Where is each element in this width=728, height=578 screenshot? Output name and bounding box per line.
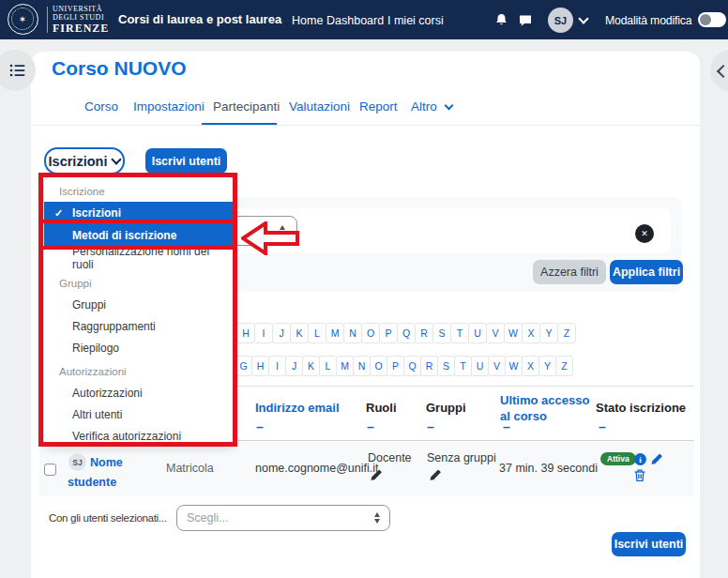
- hide-column-status-icon[interactable]: –: [599, 422, 606, 432]
- hide-column-roles-icon[interactable]: –: [367, 422, 374, 432]
- edit-roles-pencil-icon[interactable]: [370, 468, 383, 481]
- logo-divider: [47, 7, 48, 33]
- column-header-email[interactable]: Indirizzo email: [255, 401, 340, 415]
- university-wordmark-line1: UNIVERSITÀ: [53, 5, 109, 13]
- close-icon: ✕: [641, 229, 648, 238]
- enrolments-dropdown-button[interactable]: Iscrizioni: [44, 147, 125, 175]
- letter-link-l[interactable]: L: [319, 356, 337, 376]
- letter-link-n[interactable]: N: [353, 356, 371, 376]
- letter-link-i[interactable]: I: [254, 323, 273, 343]
- check-icon: ✓: [54, 207, 63, 220]
- tab-valutazioni[interactable]: Valutazioni: [289, 99, 350, 114]
- row-last-access: 37 min. 39 secondi: [499, 462, 598, 475]
- letter-link-q[interactable]: Q: [403, 356, 421, 376]
- with-selected-users-select[interactable]: Scegli...: [176, 505, 390, 531]
- letter-link-w[interactable]: W: [505, 356, 523, 376]
- letter-link-j[interactable]: J: [272, 323, 291, 343]
- letter-link-y[interactable]: Y: [539, 323, 558, 343]
- first-name-letter-bar: HIJKLMNOPQRSTUVWXYZ: [236, 323, 575, 343]
- menu-item-gruppi[interactable]: Gruppi: [44, 294, 234, 315]
- menu-item-altri-utenti[interactable]: Altri utenti: [44, 403, 234, 425]
- tab-report[interactable]: Report: [359, 99, 398, 114]
- user-menu-chevron-down-icon[interactable]: [578, 13, 588, 23]
- letter-link-n[interactable]: N: [343, 323, 362, 343]
- tab-impostazioni[interactable]: Impostazioni: [133, 99, 205, 114]
- letter-link-t[interactable]: T: [450, 323, 469, 343]
- user-avatar[interactable]: SJ: [548, 8, 573, 33]
- messages-chat-icon[interactable]: [518, 13, 533, 28]
- letter-link-l[interactable]: L: [308, 323, 326, 343]
- letter-link-m[interactable]: M: [336, 356, 354, 376]
- letter-link-s[interactable]: S: [432, 323, 451, 343]
- letter-link-x[interactable]: X: [522, 323, 540, 343]
- row-user-name-line2[interactable]: studente: [68, 476, 116, 489]
- tab-partecipanti[interactable]: Partecipanti: [213, 99, 280, 114]
- select-placeholder: Scegli...: [187, 511, 228, 525]
- with-selected-users-label: Con gli utenti selezionati...: [49, 512, 167, 524]
- notifications-bell-icon[interactable]: [493, 12, 509, 28]
- edit-enrolment-pencil-icon[interactable]: [650, 452, 663, 465]
- letter-link-h[interactable]: H: [251, 356, 269, 376]
- letter-link-k[interactable]: K: [302, 356, 320, 376]
- apply-filters-button[interactable]: Applica filtri: [610, 260, 683, 284]
- enrol-users-button-top[interactable]: Iscrivi utenti: [145, 148, 227, 174]
- letter-link-j[interactable]: J: [285, 356, 303, 376]
- remove-filter-button[interactable]: ✕: [635, 224, 654, 243]
- status-badge: Attiva: [600, 452, 636, 465]
- letter-link-z[interactable]: Z: [557, 323, 576, 343]
- menu-item-verifica-autorizzazioni[interactable]: Verifica autorizzazioni: [44, 425, 234, 447]
- letter-link-o[interactable]: O: [370, 356, 387, 376]
- row-user-name-line1[interactable]: Nome: [90, 456, 123, 469]
- letter-link-p[interactable]: P: [379, 323, 398, 343]
- enrolment-info-icon[interactable]: i: [634, 453, 646, 465]
- column-header-status: Stato iscrizione: [596, 401, 686, 415]
- menu-item-riepilogo-label: Riepilogo: [72, 342, 119, 355]
- menu-item-personalizzazione-label: Personalizzazione nomi dei ruoli: [72, 245, 234, 271]
- letter-link-r[interactable]: R: [420, 356, 438, 376]
- menu-item-riepilogo[interactable]: Riepilogo: [44, 337, 234, 358]
- letter-link-o[interactable]: O: [361, 323, 380, 343]
- edit-mode-toggle[interactable]: [698, 12, 726, 27]
- nav-link-my-courses[interactable]: I miei corsi: [387, 14, 444, 27]
- menu-item-raggruppamenti-label: Raggruppamenti: [72, 320, 156, 333]
- letter-link-i[interactable]: I: [268, 356, 286, 376]
- letter-link-w[interactable]: W: [504, 323, 523, 343]
- hide-column-last-access-icon[interactable]: –: [503, 422, 510, 432]
- enrol-users-button-bottom[interactable]: Iscrivi utenti: [612, 532, 686, 556]
- letter-link-u[interactable]: U: [471, 356, 489, 376]
- letter-link-z[interactable]: Z: [555, 356, 573, 376]
- nav-link-home[interactable]: Home: [292, 14, 323, 27]
- letter-link-k[interactable]: K: [290, 323, 309, 343]
- menu-item-metodi-di-iscrizione[interactable]: Metodi di iscrizione: [44, 224, 234, 247]
- hide-column-email-icon[interactable]: –: [256, 422, 264, 432]
- letter-link-r[interactable]: R: [415, 323, 433, 343]
- letter-link-g[interactable]: G: [235, 356, 252, 376]
- letter-link-m[interactable]: M: [326, 323, 344, 343]
- letter-link-v[interactable]: V: [486, 323, 505, 343]
- clear-filters-button[interactable]: Azzera filtri: [533, 260, 606, 284]
- open-block-drawer-button[interactable]: [710, 50, 728, 91]
- edit-groups-pencil-icon[interactable]: [429, 468, 442, 481]
- menu-item-personalizzazione-ruoli[interactable]: Personalizzazione nomi dei ruoli: [44, 247, 234, 269]
- letter-link-p[interactable]: P: [387, 356, 404, 376]
- menu-item-iscrizioni[interactable]: ✓ Iscrizioni: [44, 202, 234, 224]
- nav-link-dashboard[interactable]: Dashboard: [326, 14, 384, 27]
- row-select-checkbox[interactable]: [44, 464, 56, 476]
- enrolments-dropdown-menu: Iscrizione ✓ Iscrizioni Metodi di iscriz…: [43, 176, 235, 446]
- letter-link-q[interactable]: Q: [397, 323, 416, 343]
- letter-link-u[interactable]: U: [468, 323, 487, 343]
- menu-item-autorizzazioni[interactable]: Autorizzazioni: [44, 382, 234, 403]
- tab-altro-label: Altro: [411, 99, 437, 114]
- letter-link-h[interactable]: H: [236, 323, 255, 343]
- letter-link-v[interactable]: V: [488, 356, 506, 376]
- menu-item-raggruppamenti[interactable]: Raggruppamenti: [44, 315, 234, 337]
- tab-altro[interactable]: Altro: [411, 99, 452, 114]
- letter-link-t[interactable]: T: [454, 356, 472, 376]
- tab-corso[interactable]: Corso: [84, 99, 118, 114]
- delete-enrolment-trash-icon[interactable]: [633, 468, 646, 482]
- letter-link-y[interactable]: Y: [538, 356, 556, 376]
- hide-column-groups-icon[interactable]: –: [427, 422, 434, 432]
- column-header-last-access[interactable]: Ultimo accesso al corso: [500, 392, 594, 424]
- letter-link-s[interactable]: S: [437, 356, 455, 376]
- letter-link-x[interactable]: X: [522, 356, 539, 376]
